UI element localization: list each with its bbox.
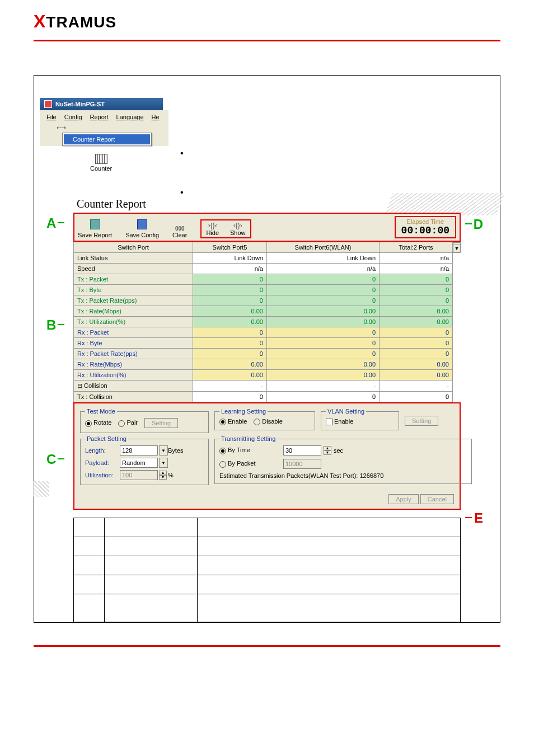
trans-legend: Transmitting Setting [219,435,277,442]
by-time-radio[interactable]: By Time [219,447,281,454]
test-mode-setting-button[interactable]: Setting [144,418,178,428]
cell-value: 0 [380,338,453,349]
header-rule [34,40,500,41]
util-stepper: ▲▼ [159,471,167,480]
menubar: File Config Report Language He ⟷ Counter… [40,110,168,146]
menu-help[interactable]: He [148,112,163,121]
cell-value: n/a [266,264,379,274]
menu-file[interactable]: File [43,112,60,121]
cell-value: 0 [266,295,379,306]
cell-value: Link Down [193,253,266,264]
settings-redbox: Test Mode Rotate Pair Setting Learning S… [73,402,461,510]
dropdown-counter-report[interactable]: Counter Report [64,134,150,144]
cell-value: 0 [193,392,266,402]
cell-value: 0.00 [193,359,266,370]
transmitting-group: Transmitting Setting By Time ▲▼ sec By P… [214,435,472,484]
cell-value: 0.00 [193,317,266,327]
menu-report[interactable]: Report [87,112,112,121]
hatch-decoration [34,481,49,497]
cell-value: - [380,381,453,392]
row-label: Rx : Packet Rate(pps) [74,349,193,359]
vlan-enable-checkbox[interactable]: Enable [326,418,353,425]
cell-value: n/a [193,264,266,274]
clear-button[interactable]: 000Clear [172,225,187,238]
callout-E: E [474,510,483,526]
cell-value: 0 [193,274,266,285]
cell-value: 0 [266,338,379,349]
grid-icon [95,154,107,164]
menu-config[interactable]: Config [61,112,86,121]
app-icon [44,100,52,108]
cell-value: - [266,381,379,392]
time-stepper[interactable]: ▲▼ [324,446,331,455]
cell-value: 0 [193,349,266,359]
pair-radio[interactable]: Pair [118,419,138,426]
menu-language[interactable]: Language [113,112,147,121]
col-header[interactable]: Total:2 Ports [380,242,453,253]
show-button[interactable]: ‹{}›Show [230,222,246,236]
test-mode-legend: Test Mode [85,408,117,415]
payload-select[interactable] [120,458,158,468]
util-input [120,470,158,480]
cell-value: 0.00 [266,317,379,327]
row-label: Rx : Packet [74,327,193,338]
cell-value: 0.00 [380,317,453,327]
cell-value: 0 [193,285,266,295]
cell-value: 0 [266,327,379,338]
report-toolbar: Save Report Save Config 000Clear ›{}‹Hid… [74,214,460,241]
time-input[interactable] [283,445,321,456]
footer-rule [34,645,500,647]
hide-show-group: ›{}‹Hide ‹{}›Show [200,219,251,238]
packet-input [283,459,321,469]
learning-enable-radio[interactable]: Enable [219,418,247,425]
col-header[interactable]: Switch Port6(WLAN) [266,242,379,253]
col-header[interactable]: Switch Port5 [193,242,266,253]
packet-setting-group: Packet Setting Length: ▼ Bytes Payload: … [80,435,209,485]
cell-value: 0 [380,285,453,295]
learning-group: Learning Setting Enable Disable [214,408,315,430]
save-report-icon [90,219,100,229]
counter-table: Switch Port Switch Port5 Switch Port6(WL… [73,242,461,402]
payload-dropdown-icon[interactable]: ▼ [159,458,168,468]
cell-value: 0.00 [266,359,379,370]
page-header: XTRAMUS [0,0,534,37]
window-title: NuSet-MinPG-ST [55,101,105,107]
cell-value: - [193,381,266,392]
brand-rest: TRAMUS [46,13,116,31]
save-config-icon [137,219,147,229]
payload-label: Payload: [85,459,116,466]
app-shell: NuSet-MinPG-ST File Config Report Langua… [40,98,494,194]
vertical-scrollbar[interactable]: ▲ ▼ [453,242,461,253]
length-dropdown-icon[interactable]: ▼ [159,445,168,456]
col-header[interactable]: Switch Port [74,242,193,253]
hide-button[interactable]: ›{}‹Hide [206,222,219,236]
vlan-setting-button[interactable]: Setting [405,416,438,426]
settings-panel: Test Mode Rotate Pair Setting Learning S… [74,403,460,492]
save-report-button[interactable]: Save Report [78,219,112,238]
apply-row: Apply Cancel [74,492,460,509]
outer-frame: NuSet-MinPG-ST File Config Report Langua… [34,75,500,623]
counter-label: Counter [90,165,112,172]
row-label: Speed [74,264,193,274]
cell-value: 0 [266,274,379,285]
counter-toolbar-button[interactable]: Counter [90,154,112,172]
apply-button[interactable]: Apply [388,494,419,504]
cell-value: 0.00 [193,306,266,317]
cell-value: 0 [266,392,379,402]
arrow-icon: ⟷ [57,124,68,132]
by-packet-radio[interactable]: By Packet [219,460,281,467]
cell-value: 0 [380,274,453,285]
cell-value: 0 [193,327,266,338]
length-input[interactable] [120,445,158,456]
counter-report-panel: A B C D E Counter Report Save Report Sav… [73,194,461,622]
row-label: Rx : Byte [74,338,193,349]
scroll-down-icon[interactable]: ▼ [453,245,461,252]
save-config-button[interactable]: Save Config [125,219,159,238]
callout-C: C [46,452,56,467]
brand-logo: XTRAMUS [34,13,116,31]
learning-disable-radio[interactable]: Disable [254,418,283,425]
cancel-button[interactable]: Cancel [420,494,454,504]
cell-value: 0 [193,338,266,349]
rotate-radio[interactable]: Rotate [85,419,111,426]
window-titlebar[interactable]: NuSet-MinPG-ST [40,98,163,110]
